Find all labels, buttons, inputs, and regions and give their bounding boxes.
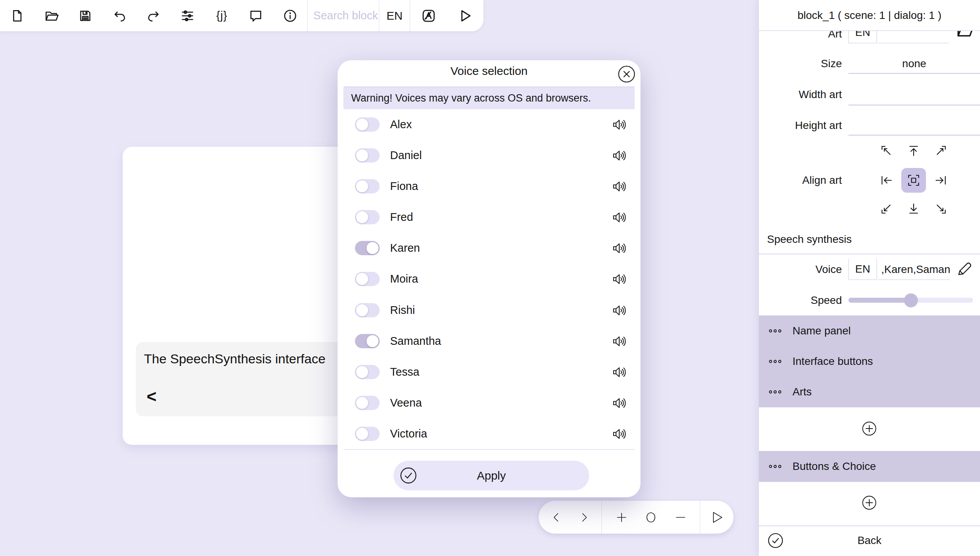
speaker-icon <box>612 271 628 287</box>
dialog-text-panel[interactable]: The SpeechSynthesis interface < <box>136 342 344 416</box>
align-right-button[interactable] <box>933 174 946 187</box>
voice-toggle-karen[interactable] <box>355 241 380 255</box>
voice-preview-button[interactable] <box>612 364 628 380</box>
voice-name: Moira <box>390 273 418 285</box>
align-center-button[interactable] <box>907 174 920 187</box>
undo-button[interactable] <box>102 0 136 31</box>
zoom-reset-button[interactable] <box>641 507 661 527</box>
drag-handle-icon[interactable] <box>769 390 784 394</box>
next-block-button[interactable] <box>574 507 594 527</box>
adjustments-icon <box>180 8 195 23</box>
settings-button[interactable] <box>171 0 204 31</box>
zoom-out-button[interactable] <box>671 507 691 527</box>
speaker-icon <box>612 333 628 349</box>
voice-preview-button[interactable] <box>612 333 628 349</box>
json-view-button[interactable]: {j} <box>205 0 239 31</box>
speaker-icon <box>612 117 628 133</box>
art-input-underline <box>878 43 949 44</box>
divider <box>343 449 635 450</box>
voice-preview-button[interactable] <box>612 271 628 287</box>
voice-value[interactable]: ,Karen,Samantha <box>881 263 950 276</box>
section-row-arts[interactable]: Arts <box>759 377 980 407</box>
search-input[interactable] <box>313 9 380 22</box>
back-button[interactable]: Back <box>759 534 980 547</box>
voice-preview-button[interactable] <box>612 147 628 164</box>
voice-list: Alex Daniel Fiona Fred Karen Moira Ris <box>338 109 640 449</box>
drag-handle-icon[interactable] <box>769 359 784 363</box>
play-scene-button[interactable] <box>707 507 727 527</box>
main-toolbar: {j} EN <box>0 0 483 31</box>
voice-toggle-veena[interactable] <box>355 396 380 410</box>
voice-toggle-alex[interactable] <box>355 117 380 132</box>
voice-toggle-samantha[interactable] <box>355 334 380 348</box>
comments-button[interactable] <box>239 0 273 31</box>
drag-handle-icon[interactable] <box>769 464 784 468</box>
align-art-label: Align art <box>759 174 842 186</box>
add-layer-button[interactable] <box>862 421 877 436</box>
language-button[interactable]: EN <box>379 0 410 31</box>
height-art-input[interactable] <box>848 119 980 135</box>
close-modal-button[interactable] <box>618 65 635 83</box>
redo-button[interactable] <box>137 0 171 31</box>
voice-preview-button[interactable] <box>612 178 628 195</box>
play-button[interactable] <box>447 0 483 31</box>
voice-toggle-fred[interactable] <box>355 210 380 224</box>
voice-preview-button[interactable] <box>612 395 628 411</box>
search-block-field[interactable] <box>308 0 379 31</box>
section-row-buttons-choice[interactable]: Buttons & Choice <box>759 451 980 482</box>
pencil-icon <box>955 259 974 278</box>
align-bottom-left-button[interactable] <box>881 201 894 214</box>
section-row-name-panel[interactable]: Name panel <box>759 315 980 346</box>
voice-row: Alex <box>338 109 640 140</box>
speaker-icon <box>612 240 628 256</box>
align-top-button[interactable] <box>907 145 920 158</box>
prev-block-button[interactable] <box>546 507 566 527</box>
voice-preview-button[interactable] <box>612 426 628 442</box>
voice-preview-button[interactable] <box>612 302 628 319</box>
section-label: Arts <box>792 386 812 398</box>
voice-name: Samantha <box>390 335 441 348</box>
align-left-button[interactable] <box>881 174 894 187</box>
add-choice-button[interactable] <box>862 495 877 510</box>
drag-handle-icon[interactable] <box>769 329 784 333</box>
play-icon <box>708 509 725 526</box>
plus-circle-icon <box>862 495 877 510</box>
voice-row: Samantha <box>338 325 640 356</box>
voice-preview-button[interactable] <box>612 240 628 256</box>
speaker-icon <box>612 395 628 411</box>
voice-lang-button[interactable]: EN <box>848 259 877 280</box>
block-properties-sidebar: Art EN block_1 ( scene: 1 | dialog: 1 ) … <box>759 0 980 556</box>
speaker-icon <box>612 209 628 225</box>
voice-toggle-victoria[interactable] <box>355 427 380 441</box>
zoom-in-button[interactable] <box>612 507 632 527</box>
section-row-interface-buttons[interactable]: Interface buttons <box>759 346 980 376</box>
speed-slider-handle[interactable] <box>904 293 918 307</box>
voice-preview-button[interactable] <box>612 209 628 225</box>
align-bottom-button[interactable] <box>907 201 920 214</box>
align-top-right-button[interactable] <box>933 145 946 158</box>
block-header: block_1 ( scene: 1 | dialog: 1 ) <box>759 0 980 31</box>
save-button[interactable] <box>68 0 102 31</box>
voice-name: Alex <box>390 118 412 131</box>
open-project-button[interactable] <box>34 0 68 31</box>
toggle-knob <box>367 242 378 254</box>
voice-toggle-moira[interactable] <box>355 272 380 286</box>
translate-button[interactable] <box>410 0 447 31</box>
voice-toggle-rishi[interactable] <box>355 303 380 317</box>
open-folder-icon <box>44 8 59 23</box>
voice-preview-button[interactable] <box>612 117 628 133</box>
width-art-input[interactable] <box>848 88 980 104</box>
info-button[interactable] <box>273 0 307 31</box>
new-file-button[interactable] <box>0 0 34 31</box>
voice-toggle-fiona[interactable] <box>355 179 380 193</box>
voice-toggle-tessa[interactable] <box>355 365 380 379</box>
width-art-underline <box>848 105 980 105</box>
voice-toggle-daniel[interactable] <box>355 148 380 163</box>
apply-button[interactable]: Apply <box>394 461 589 490</box>
edit-voice-button[interactable] <box>955 259 974 278</box>
size-value[interactable]: none <box>848 58 980 70</box>
toggle-knob <box>356 428 368 440</box>
dialog-block-card[interactable]: The SpeechSynthesis interface < <box>123 147 350 445</box>
align-bottom-right-button[interactable] <box>933 201 946 214</box>
align-top-left-button[interactable] <box>881 145 894 158</box>
